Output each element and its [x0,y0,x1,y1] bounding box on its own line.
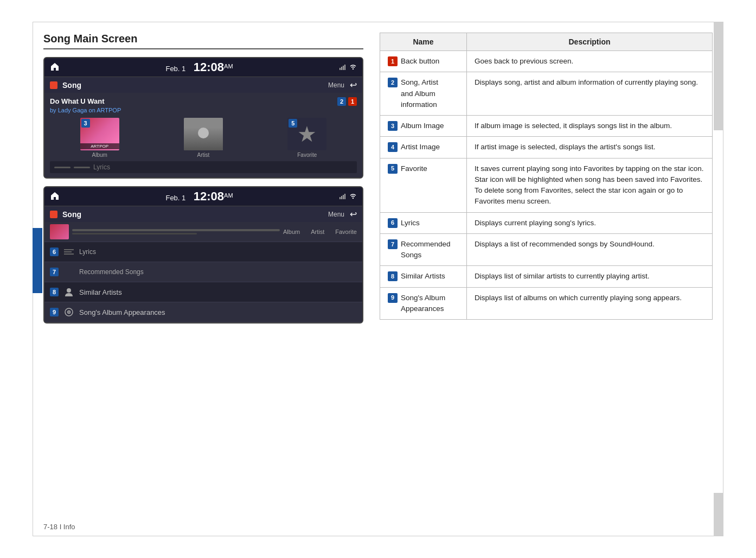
badge-8: 8 [50,288,59,296]
back-arrow-1[interactable]: ↩ [350,80,357,90]
row-name-6: Lyrics [401,218,420,229]
media-items-row: 3 ARTPOP Album 4 Artist [50,118,357,158]
svg-rect-1 [341,67,342,70]
artist-thumb: 4 [184,118,223,150]
table-cell-name-7: 7Recommended Songs [380,233,467,266]
svg-rect-6 [341,196,342,199]
row-name-5: Favorite [401,163,427,174]
favorite-label: Favorite [297,152,317,158]
lyrics-row-1[interactable]: Lyrics [50,161,357,173]
svg-rect-5 [339,197,341,199]
lyrics-label-1: Lyrics [93,163,110,171]
gray-sidebar-top [714,22,723,130]
row-badge-9: 9 [388,293,398,303]
col-header-desc: Description [467,33,713,51]
menu-label-2[interactable]: Menu [328,211,344,218]
svg-rect-8 [344,194,345,199]
lyrics-bar [54,167,71,168]
right-panel: Name Description 1Back buttonGoes back t… [380,33,713,525]
row-name-4: Artist Image [401,142,440,153]
badge-3: 3 [81,119,90,128]
song-title-row: Do What U Want 2 1 [50,97,357,106]
badge-7: 7 [50,268,59,276]
mode-label-2: Song [62,210,81,219]
page-footer: 7-18 I Info [43,523,75,531]
table-cell-desc-5: It saves current playing song into Favor… [467,158,713,212]
badge-6: 6 [50,248,59,256]
lyrics-text-2: Lyrics [79,248,96,256]
mini-album-nav: Album Artist Favorite [283,229,357,235]
table-cell-desc-2: Displays song, artist and album informat… [467,72,713,116]
gray-sidebar-bottom [714,493,723,536]
recommended-list-item[interactable]: 7 Recommended Songs [44,262,362,282]
table-cell-desc-7: Displays a list of recommended songs by … [467,233,713,266]
song-title: Do What U Want [50,97,105,105]
car-screen-2: Feb. 1 12:08AM [43,186,363,324]
soundhound-icon [63,266,75,278]
col-header-name: Name [380,33,467,51]
screen-date-1: Feb. 1 12:08AM [165,60,233,74]
svg-point-13 [68,312,69,313]
table-cell-desc-1: Goes back to previous screen. [467,51,713,72]
song-mode-icon-1 [50,81,57,89]
row-badge-7: 7 [388,239,398,249]
row-name-2: Song, Artist and Album information [401,77,438,110]
table-cell-name-8: 8Similar Artists [380,266,467,287]
row-name-7: Recommended Songs [401,239,451,261]
svg-point-10 [67,288,71,293]
menu-label-1[interactable]: Menu [328,81,344,89]
svg-point-4 [353,68,354,69]
screen-time-1: 12:08 [194,60,224,74]
row-name-8: Similar Artists [401,271,445,282]
blue-sidebar-tab [33,228,42,293]
artist-item[interactable]: 4 Artist [153,118,253,158]
svg-rect-3 [344,65,345,70]
favorite-item[interactable]: 5 ★ Favorite [258,118,357,158]
lyrics-bar-2 [74,167,90,168]
table-cell-name-1: 1Back button [380,51,467,72]
table-cell-name-5: 5Favorite [380,158,467,212]
svg-point-9 [353,198,354,199]
mini-album-thumb [50,224,69,239]
section-title: Song Main Screen [43,33,363,49]
row-badge-5: 5 [388,164,398,174]
badge-2: 2 [337,97,346,106]
screen-content-1: Do What U Want 2 1 by Lady Gaga on ARTPO… [44,93,362,177]
row-name-1: Back button [401,56,439,67]
screen-top-bar-1: Feb. 1 12:08AM [44,58,362,77]
table-cell-desc-3: If album image is selected, it displays … [467,116,713,137]
screen-date-2: Feb. 1 12:08AM [165,189,233,204]
back-arrow-2[interactable]: ↩ [350,209,357,219]
home-icon-1 [50,62,60,73]
table-cell-desc-4: If artist image is selected, displays th… [467,137,713,158]
row-badge-3: 3 [388,121,398,131]
screen-top-bar-2: Feb. 1 12:08AM [44,187,362,206]
reference-table: Name Description 1Back buttonGoes back t… [380,33,713,320]
artpop-label: ARTPOP [80,143,119,149]
badge-5: 5 [289,119,297,128]
song-artist-line: by Lady Gaga on ARTPOP [50,107,357,113]
row-name-3: Album Image [401,121,444,131]
badge-1: 1 [348,97,357,106]
row-badge-4: 4 [388,142,398,152]
lyrics-icon [63,246,75,258]
screen-status-icons-1 [339,64,357,71]
screen-nav-bar-2: Song Menu ↩ [44,206,362,222]
mini-album-row: Album Artist Favorite [44,222,362,242]
screen2-content: Album Artist Favorite 6 [44,222,362,322]
album-item[interactable]: 3 ARTPOP Album [50,118,149,158]
table-cell-name-3: 3Album Image [380,116,467,137]
table-cell-desc-9: Displays list of albums on which current… [467,287,713,320]
album-appear-text: Song's Album Appearances [79,308,165,316]
star-thumb: 5 ★ [287,118,326,150]
album-appearances-list-item[interactable]: 9 Song's Album Appearances [44,302,362,322]
similar-artists-list-item[interactable]: 8 Similar Artists [44,282,362,302]
car-screen-1: Feb. 1 12:08AM [43,57,363,179]
song-mode-icon-2 [50,211,57,218]
home-icon-2 [50,191,60,202]
recommended-text: Recommended Songs [79,268,144,276]
table-cell-desc-6: Displays current playing song's lyrics. [467,212,713,233]
screen-time-2: 12:08 [194,189,224,203]
row-badge-2: 2 [388,78,398,87]
lyrics-list-item[interactable]: 6 Lyrics [44,242,362,262]
